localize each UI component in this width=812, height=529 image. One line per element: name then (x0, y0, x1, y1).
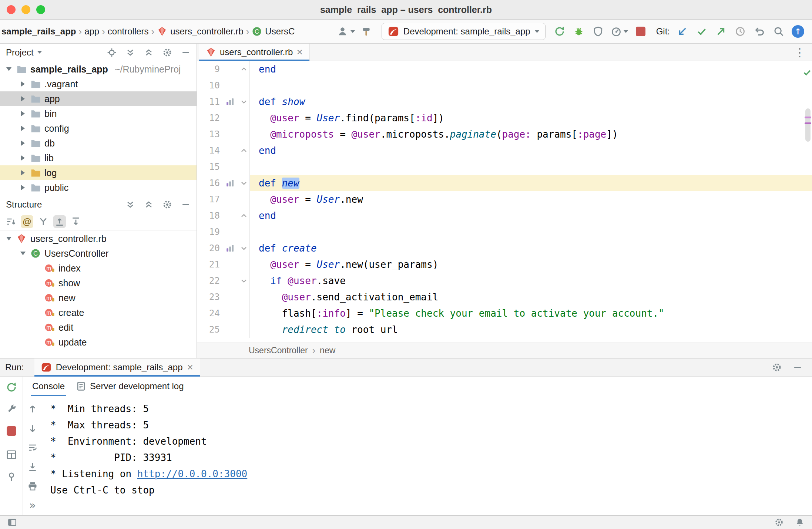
build-hammer-icon[interactable] (359, 23, 376, 40)
line-number[interactable]: 21 (197, 256, 221, 273)
editor-line-14[interactable]: 14end (197, 142, 812, 159)
chevron-right-icon[interactable] (19, 96, 27, 101)
breadcrumb-users-controller-rb[interactable]: users_controller.rb (157, 26, 243, 37)
project-panel-title[interactable]: Project (6, 47, 34, 58)
stop-icon[interactable] (5, 425, 18, 437)
project-item-db[interactable]: db (0, 136, 197, 151)
line-number[interactable]: 12 (197, 110, 221, 126)
breadcrumb-new[interactable]: new (320, 346, 335, 356)
structure-item-userscontroller[interactable]: CUsersController (0, 246, 197, 261)
project-item-public[interactable]: public (0, 180, 197, 195)
chevron-right-icon[interactable] (19, 126, 27, 131)
code-text[interactable]: end (249, 208, 812, 224)
line-number[interactable]: 17 (197, 191, 221, 208)
code-text[interactable]: @microposts = @user.microposts.paginate(… (249, 126, 812, 142)
code-text[interactable]: end (249, 142, 812, 159)
editor-line-24[interactable]: 24 flash[:info] = "Please check your ema… (197, 305, 812, 321)
line-number[interactable]: 20 (197, 240, 221, 256)
rerun-icon[interactable] (5, 381, 18, 394)
autoscroll-to-source-icon[interactable] (53, 215, 66, 228)
editor-line-21[interactable]: 21 @user = User.new(user_params) (197, 256, 812, 273)
settings-gear-icon[interactable] (161, 198, 174, 211)
editor-line-13[interactable]: 13 @microposts = @user.microposts.pagina… (197, 126, 812, 142)
soft-wrap-icon[interactable] (26, 441, 39, 454)
code-text[interactable]: @user = User.new(user_params) (249, 256, 812, 273)
notifications-bell-icon[interactable] (793, 516, 806, 529)
server-url-link[interactable]: http://0.0.0.0:3000 (137, 468, 247, 479)
show-fields-icon[interactable]: @ (21, 215, 33, 228)
line-number[interactable]: 10 (197, 77, 221, 94)
project-item-bin[interactable]: bin (0, 106, 197, 121)
line-number[interactable]: 14 (197, 142, 221, 159)
gutter-action-icon[interactable] (221, 240, 238, 256)
code-text[interactable]: @user = User.find(params[:id]) (249, 110, 812, 126)
fold-start-icon[interactable] (238, 273, 249, 289)
zoom-window-button[interactable] (36, 5, 45, 14)
rerun-icon[interactable] (551, 23, 568, 40)
line-number[interactable]: 19 (197, 224, 221, 240)
toolwindow-toggle-icon[interactable] (6, 516, 19, 529)
down-stack-trace-icon[interactable] (26, 422, 39, 435)
chevron-down-icon[interactable] (19, 252, 27, 255)
breadcrumb-app[interactable]: app (84, 26, 99, 37)
gutter-action-icon[interactable] (221, 94, 238, 110)
breadcrumb-userscontroller[interactable]: UsersController (249, 346, 308, 356)
line-number[interactable]: 9 (197, 61, 221, 77)
fold-start-icon[interactable] (238, 175, 249, 191)
line-number[interactable]: 13 (197, 126, 221, 142)
up-stack-trace-icon[interactable] (26, 403, 39, 415)
more-actions-icon[interactable]: » (26, 499, 39, 512)
structure-item-update[interactable]: mupdate (0, 335, 197, 350)
scroll-to-end-icon[interactable] (26, 461, 39, 473)
git-push-icon[interactable] (713, 23, 729, 40)
editor-tab-users-controller[interactable]: users_controller.rb × (199, 44, 310, 61)
line-number[interactable]: 11 (197, 94, 221, 110)
structure-item-new[interactable]: mnew (0, 290, 197, 305)
structure-item-edit[interactable]: medit (0, 320, 197, 335)
code-text[interactable]: if @user.save (249, 273, 812, 289)
editor-line-23[interactable]: 23 @user.send_activation_email (197, 289, 812, 305)
fold-end-icon[interactable] (238, 142, 249, 159)
project-item-vagrant[interactable]: .vagrant (0, 77, 197, 91)
editor-line-20[interactable]: 20def create (197, 240, 812, 256)
locate-file-icon[interactable] (105, 46, 118, 59)
history-icon[interactable] (732, 23, 748, 40)
chevron-right-icon[interactable] (19, 185, 27, 190)
run-tab-development[interactable]: Development: sample_rails_app × (34, 358, 200, 376)
editor-line-25[interactable]: 25 redirect_to root_url (197, 321, 812, 338)
code-text[interactable]: @user.send_activation_email (249, 289, 812, 305)
chevron-right-icon[interactable] (19, 155, 27, 161)
structure-item-index[interactable]: mindex (0, 261, 197, 276)
line-number[interactable]: 22 (197, 273, 221, 289)
project-item-lib[interactable]: lib (0, 151, 197, 165)
code-text[interactable]: @user = User.new (249, 191, 812, 208)
code-text[interactable]: flash[:info] = "Please check your email … (249, 305, 812, 321)
rollback-icon[interactable] (751, 23, 768, 40)
editor-line-16[interactable]: 16def new (197, 175, 812, 191)
settings-gear-icon[interactable] (161, 46, 174, 59)
project-item-app[interactable]: app (0, 91, 197, 106)
close-icon[interactable]: × (296, 47, 302, 57)
code-text[interactable]: redirect_to root_url (249, 321, 812, 338)
breadcrumb-usersc[interactable]: CUsersC (252, 26, 295, 37)
close-icon[interactable]: × (187, 362, 193, 373)
editor-line-11[interactable]: 11def show (197, 94, 812, 110)
structure-item-users-controller-rb[interactable]: users_controller.rb (0, 231, 197, 246)
chevron-right-icon[interactable] (19, 111, 27, 116)
project-item-sample-rails-app[interactable]: sample_rails_app~/RubymineProj (0, 62, 197, 77)
expand-all-icon[interactable] (124, 198, 137, 211)
scrollbar-thumb[interactable] (805, 108, 811, 142)
ide-update-icon[interactable]: ↑ (790, 23, 806, 40)
gutter-action-icon[interactable] (221, 175, 238, 191)
run-settings-wrench-icon[interactable] (5, 402, 18, 414)
fold-end-icon[interactable] (238, 208, 249, 224)
hide-panel-icon[interactable] (791, 361, 804, 374)
chevron-down-icon[interactable] (4, 67, 13, 71)
code-text[interactable] (249, 77, 812, 94)
search-icon[interactable] (771, 23, 787, 40)
profiler-icon[interactable] (609, 23, 630, 40)
hide-panel-icon[interactable] (179, 46, 192, 59)
structure-item-show[interactable]: mshow (0, 276, 197, 290)
sort-alphabetically-icon[interactable] (4, 215, 17, 228)
fold-end-icon[interactable] (238, 61, 249, 77)
